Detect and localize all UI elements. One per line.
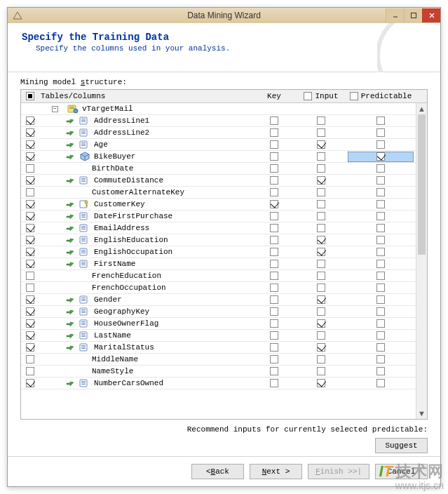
predictable-checkbox[interactable] <box>376 128 385 137</box>
table-row[interactable]: NumberCarsOwned <box>21 378 416 389</box>
row-select-checkbox[interactable] <box>26 379 34 387</box>
row-select-checkbox[interactable] <box>26 176 34 185</box>
key-checkbox[interactable] <box>270 248 278 256</box>
input-checkbox[interactable] <box>317 140 325 149</box>
key-checkbox[interactable] <box>270 331 278 340</box>
table-row[interactable]: Age <box>21 139 416 151</box>
input-checkbox[interactable] <box>317 164 325 173</box>
scrollbar-thumb[interactable] <box>418 114 426 255</box>
key-checkbox[interactable] <box>270 355 278 363</box>
row-select-checkbox[interactable] <box>26 152 34 161</box>
cancel-button[interactable]: Cancel <box>375 464 428 479</box>
table-row[interactable]: MaritalStatus <box>21 342 416 354</box>
vertical-scrollbar[interactable]: ▲ ▼ <box>416 103 427 419</box>
table-row[interactable]: EnglishEducation <box>21 234 416 246</box>
key-checkbox[interactable] <box>270 212 278 220</box>
key-checkbox[interactable] <box>270 319 278 328</box>
input-checkbox[interactable] <box>317 367 325 375</box>
input-checkbox[interactable] <box>317 116 325 125</box>
predictable-checkbox[interactable] <box>376 260 385 268</box>
close-button[interactable] <box>422 8 440 22</box>
row-select-checkbox[interactable] <box>26 164 34 173</box>
row-select-checkbox[interactable] <box>26 307 34 316</box>
predictable-checkbox[interactable] <box>376 319 385 328</box>
row-select-checkbox[interactable] <box>26 188 34 196</box>
table-row[interactable]: EnglishOccupation <box>21 246 416 258</box>
key-checkbox[interactable] <box>270 176 278 185</box>
input-checkbox[interactable] <box>317 176 325 185</box>
predictable-checkbox[interactable] <box>376 236 385 244</box>
row-select-checkbox[interactable] <box>26 140 34 149</box>
row-select-checkbox[interactable] <box>26 248 34 256</box>
minimize-button[interactable] <box>386 8 404 22</box>
table-row[interactable]: BikeBuyer <box>21 151 416 163</box>
key-checkbox[interactable] <box>270 140 278 149</box>
input-checkbox[interactable] <box>317 331 325 340</box>
predictable-checkbox[interactable] <box>376 283 385 292</box>
input-checkbox[interactable] <box>317 343 325 352</box>
predictable-checkbox[interactable] <box>376 116 385 125</box>
input-checkbox[interactable] <box>317 272 325 280</box>
col-head-name[interactable]: Tables/Columns <box>39 92 252 100</box>
next-button[interactable]: Next > <box>250 464 302 479</box>
row-select-checkbox[interactable] <box>26 236 34 244</box>
col-head-predictable[interactable]: Predictable <box>346 92 416 100</box>
tree-collapse-icon[interactable]: − <box>52 106 58 112</box>
table-row[interactable]: HouseOwnerFlag <box>21 318 416 330</box>
table-row[interactable]: GeographyKey <box>21 306 416 318</box>
scroll-down-icon[interactable]: ▼ <box>416 408 427 419</box>
input-checkbox[interactable] <box>317 295 325 304</box>
predictable-checkbox[interactable] <box>376 355 385 363</box>
input-checkbox[interactable] <box>317 224 325 232</box>
row-select-checkbox[interactable] <box>26 367 34 375</box>
table-row[interactable]: DateFirstPurchase <box>21 211 416 222</box>
row-select-checkbox[interactable] <box>26 355 34 363</box>
key-checkbox[interactable] <box>270 272 278 280</box>
table-row[interactable]: MiddleName <box>21 354 416 366</box>
key-checkbox[interactable] <box>270 260 278 268</box>
predictable-checkbox[interactable] <box>376 331 385 340</box>
scroll-up-icon[interactable]: ▲ <box>416 103 427 114</box>
key-checkbox[interactable] <box>270 379 278 387</box>
table-row[interactable]: NameStyle <box>21 366 416 378</box>
predictable-checkbox[interactable] <box>376 379 385 387</box>
predictable-checkbox[interactable] <box>376 200 385 208</box>
table-row[interactable]: CustomerKey <box>21 199 416 211</box>
row-select-checkbox[interactable] <box>26 331 34 340</box>
back-button[interactable]: < Back <box>191 464 244 479</box>
table-row[interactable]: BirthDate <box>21 163 416 175</box>
predictable-checkbox[interactable] <box>376 224 385 232</box>
key-checkbox[interactable] <box>270 224 278 232</box>
key-checkbox[interactable] <box>270 283 278 292</box>
predictable-checkbox[interactable] <box>376 164 385 173</box>
key-checkbox[interactable] <box>270 343 278 352</box>
predictable-checkbox[interactable] <box>376 140 385 149</box>
input-all-checkbox[interactable] <box>304 92 312 100</box>
group-row[interactable]: − vTargetMail <box>21 103 416 115</box>
input-checkbox[interactable] <box>317 128 325 137</box>
table-row[interactable]: CommuteDistance <box>21 175 416 187</box>
row-select-checkbox[interactable] <box>26 343 34 352</box>
key-checkbox[interactable] <box>270 116 278 125</box>
table-row[interactable]: Gender <box>21 294 416 306</box>
input-checkbox[interactable] <box>317 152 325 161</box>
predictable-all-checkbox[interactable] <box>350 92 358 100</box>
key-checkbox[interactable] <box>270 188 278 196</box>
key-checkbox[interactable] <box>270 128 278 137</box>
predictable-checkbox[interactable] <box>376 295 385 304</box>
key-checkbox[interactable] <box>270 236 278 244</box>
key-checkbox[interactable] <box>270 295 278 304</box>
row-select-checkbox[interactable] <box>26 212 34 220</box>
suggest-button[interactable]: Suggest <box>375 438 428 453</box>
finish-button[interactable]: Finish >>| <box>308 464 369 479</box>
key-checkbox[interactable] <box>270 200 278 208</box>
row-select-checkbox[interactable] <box>26 128 34 137</box>
input-checkbox[interactable] <box>317 212 325 220</box>
predictable-checkbox[interactable] <box>376 212 385 220</box>
key-checkbox[interactable] <box>270 152 278 161</box>
predictable-checkbox[interactable] <box>376 188 385 196</box>
table-row[interactable]: FrenchOccupation <box>21 282 416 294</box>
input-checkbox[interactable] <box>317 236 325 244</box>
input-checkbox[interactable] <box>317 307 325 316</box>
predictable-cell-selected[interactable] <box>348 152 414 162</box>
